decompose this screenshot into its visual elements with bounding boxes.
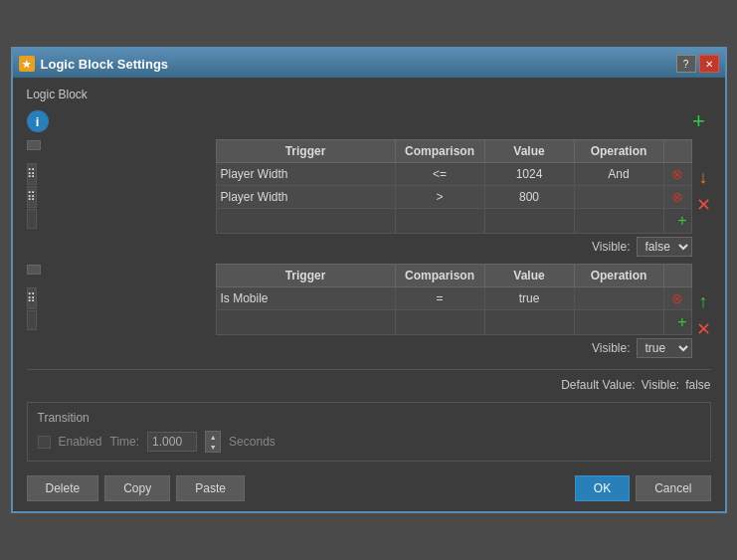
title-bar: ★ Logic Block Settings ? ✕ (13, 50, 725, 78)
block1-row2-comparison: > (395, 186, 484, 209)
transition-section: Transition Enabled Time: ▲ ▼ Seconds (27, 402, 711, 462)
block1-col-value: Value (484, 140, 574, 163)
block1-row1-delete-cell: ⊗ (663, 163, 691, 186)
block2-table-wrap: Trigger Comparison Value Operation ⠿ Is … (27, 264, 692, 361)
block2-table: Trigger Comparison Value Operation ⠿ Is … (27, 264, 692, 335)
info-icon: i (27, 110, 49, 132)
block1-col-actions (663, 140, 691, 163)
block2-col-operation: Operation (574, 265, 663, 287)
time-spin-down-btn[interactable]: ▼ (206, 442, 220, 452)
block2-row1-operation (574, 287, 663, 310)
transition-row: Enabled Time: ▲ ▼ Seconds (38, 431, 700, 453)
condition-block-2: Trigger Comparison Value Operation ⠿ Is … (27, 264, 711, 361)
transition-label: Transition (38, 411, 700, 425)
transition-enabled-checkbox[interactable] (38, 436, 51, 449)
drag-col (27, 140, 41, 150)
drag-col (27, 265, 41, 275)
block2-row1-delete-cell: ⊗ (663, 287, 691, 310)
cancel-button[interactable]: Cancel (636, 475, 710, 501)
table-row: ⠿ Player Width > 800 ⊗ (27, 186, 692, 209)
block1-row2-value: 800 (484, 186, 574, 209)
block2-move-up-btn[interactable]: ↑ (696, 291, 711, 312)
block2-visible-row: Visible: true false (27, 335, 692, 361)
block1-row2-delete-cell: ⊗ (663, 186, 691, 209)
transition-seconds-label: Seconds (229, 435, 276, 449)
block1-empty-comparison (395, 209, 484, 234)
ok-button[interactable]: OK (575, 475, 630, 501)
dialog-window: ★ Logic Block Settings ? ✕ Logic Block i… (11, 47, 727, 513)
block1-empty-trigger (216, 209, 395, 234)
table-row: + (27, 209, 692, 234)
block2-row1-comparison: = (395, 287, 484, 310)
block1-row2-operation (574, 186, 663, 209)
block1-col-trigger: Trigger (216, 140, 395, 163)
condition-block-1: Trigger Comparison Value Operation ⠿ Pla… (27, 139, 711, 260)
section-header-label: Logic Block (27, 88, 711, 101)
drag-handle[interactable]: ⠿ (27, 186, 37, 208)
app-icon: ★ (19, 56, 35, 72)
title-bar-buttons: ? ✕ (676, 55, 719, 73)
time-spinner: ▲ ▼ (205, 431, 221, 453)
block1-visible-select[interactable]: false true (637, 237, 692, 257)
block1-header-row: Trigger Comparison Value Operation (27, 140, 692, 163)
block2-add-row-cell: + (663, 310, 691, 335)
time-spin-up-btn[interactable]: ▲ (206, 432, 220, 442)
block1-row2-trigger: Player Width (216, 186, 395, 209)
table-row: + (27, 310, 692, 335)
block2-visible-select[interactable]: true false (637, 338, 692, 358)
block1-visible-row: Visible: false true (27, 234, 692, 260)
block2-empty-comparison (395, 310, 484, 335)
block2-col-trigger: Trigger (216, 265, 395, 287)
dialog-title: Logic Block Settings (41, 57, 169, 72)
block1-table-wrap: Trigger Comparison Value Operation ⠿ Pla… (27, 139, 692, 260)
block2-side-controls: ↑ ✕ (696, 264, 711, 340)
block1-row2-delete-btn[interactable]: ⊗ (671, 189, 683, 205)
add-block-button[interactable]: + (687, 109, 711, 133)
block2-col-value: Value (484, 265, 574, 287)
drag-handle[interactable]: ⠿ (27, 163, 37, 185)
block1-row1-comparison: <= (395, 163, 484, 186)
block1-add-row-cell: + (663, 209, 691, 234)
block2-empty-value (484, 310, 574, 335)
block1-col-operation: Operation (574, 140, 663, 163)
drag-handle[interactable]: ⠿ (27, 287, 37, 309)
help-button[interactable]: ? (676, 55, 696, 73)
block1-row1-delete-btn[interactable]: ⊗ (671, 166, 683, 182)
info-add-row: i + (27, 109, 711, 133)
dialog-body: Logic Block i + Trigger Comparison Value (13, 78, 725, 511)
block1-table: Trigger Comparison Value Operation ⠿ Pla… (27, 139, 692, 234)
transition-enabled-label: Enabled (59, 435, 102, 449)
block2-row1-delete-btn[interactable]: ⊗ (671, 290, 683, 306)
block1-row1-operation: And (574, 163, 663, 186)
block1-empty-value (484, 209, 574, 234)
default-value-label: Default Value: (561, 378, 636, 392)
default-visible-value: false (685, 378, 710, 392)
default-visible-label: Visible: (642, 378, 679, 392)
default-value-row: Default Value: Visible: false (27, 378, 711, 392)
block1-visible-label: Visible: (592, 240, 630, 254)
block1-add-row-btn[interactable]: + (677, 212, 686, 230)
block2-row1-trigger: Is Mobile (216, 287, 395, 310)
drag-handle-empty (27, 310, 37, 330)
block1-delete-btn[interactable]: ✕ (696, 194, 711, 216)
copy-button[interactable]: Copy (104, 475, 170, 501)
bottom-left-buttons: Delete Copy Paste (27, 475, 245, 501)
block2-col-actions (663, 265, 691, 287)
block1-empty-operation (574, 209, 663, 234)
block1-row1-value: 1024 (484, 163, 574, 186)
block2-empty-trigger (216, 310, 395, 335)
title-bar-left: ★ Logic Block Settings (19, 56, 169, 72)
transition-time-input[interactable] (147, 432, 197, 452)
block2-visible-label: Visible: (592, 341, 630, 355)
drag-handle-empty (27, 209, 37, 229)
paste-button[interactable]: Paste (176, 475, 245, 501)
block1-move-down-btn[interactable]: ↓ (696, 167, 711, 188)
delete-button[interactable]: Delete (27, 475, 99, 501)
table-row: ⠿ Player Width <= 1024 And ⊗ (27, 163, 692, 186)
block2-add-row-btn[interactable]: + (677, 313, 686, 331)
table-row: ⠿ Is Mobile = true ⊗ (27, 287, 692, 310)
block2-row1-value: true (484, 287, 574, 310)
close-button[interactable]: ✕ (699, 55, 719, 73)
block2-delete-btn[interactable]: ✕ (696, 318, 711, 340)
block1-col-comparison: Comparison (395, 140, 484, 163)
